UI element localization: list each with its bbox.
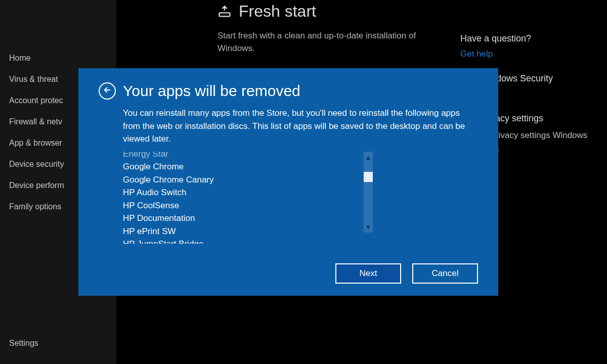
list-item: HP CoolSense <box>123 199 360 212</box>
apps-scrollbar[interactable]: ▲ ▼ <box>364 152 373 233</box>
dialog-title: Your apps will be removed <box>123 82 300 100</box>
list-item: HP Documentation <box>123 212 360 225</box>
list-item: Google Chrome <box>123 160 360 173</box>
list-item: HP ePrint SW <box>123 225 360 238</box>
button-label: Next <box>360 268 377 279</box>
arrow-left-icon <box>103 85 112 97</box>
next-button[interactable]: Next <box>335 263 401 284</box>
scrollbar-thumb[interactable] <box>364 172 373 182</box>
chevron-up-icon[interactable]: ▲ <box>365 154 372 161</box>
list-item: Energy Star <box>123 152 360 161</box>
remove-apps-dialog: Your apps will be removed You can reinst… <box>78 68 498 296</box>
list-item: HP JumpStart Bridge <box>123 238 360 244</box>
button-label: Cancel <box>432 268 459 279</box>
list-item: Google Chrome Canary <box>123 173 360 187</box>
chevron-down-icon[interactable]: ▼ <box>365 223 372 231</box>
list-item: HP Audio Switch <box>123 186 360 199</box>
apps-list: Energy Star Google Chrome Google Chrome … <box>123 152 360 244</box>
back-button[interactable] <box>99 82 116 100</box>
dialog-description: You can reinstall many apps from the Sto… <box>123 107 478 146</box>
cancel-button[interactable]: Cancel <box>412 263 478 284</box>
